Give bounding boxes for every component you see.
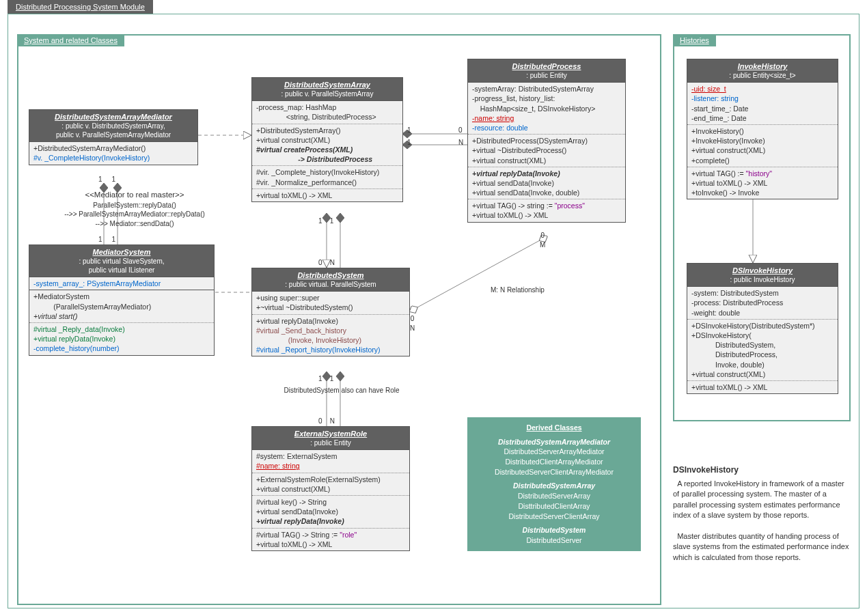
class-ds: DistributedSystem: public virtual. Paral… (251, 268, 410, 356)
class-dih: DSInvokeHistory: public InvokeHistory -s… (687, 263, 838, 394)
class-esr: ExternalSystemRole: public Entity #syste… (251, 426, 410, 551)
class-dsam-s1: +DistributedSystemArrayMediator()#v. _Co… (29, 141, 197, 164)
class-dp: DistributedProcess: public Entity -syste… (467, 59, 626, 223)
group-system-tab: System and related Classes (17, 34, 124, 46)
description: DSInvokeHistory A reported InvokeHistory… (673, 464, 849, 563)
class-dsam-head: DistributedSystemArrayMediator: public v… (29, 110, 197, 141)
class-dsam: DistributedSystemArrayMediator: public v… (29, 109, 198, 165)
group-histories-tab: Histories (673, 34, 716, 46)
class-ih: InvokeHistory: public Entity<size_t> -ui… (687, 59, 838, 199)
mediator-note: <<Mediator to real master>> ParallelSyst… (29, 190, 240, 228)
class-dsa: DistributedSystemArray: public v. Parall… (251, 77, 403, 202)
module-title: Distributed Processing System Module (8, 0, 153, 14)
derived-classes: Derived Classes DistributedSystemArrayMe… (467, 417, 641, 551)
class-dsam-sub: : public v. DistributedSystemArray, publ… (32, 122, 195, 139)
class-ms: MediatorSystem: public virtual SlaveSyst… (29, 244, 215, 356)
